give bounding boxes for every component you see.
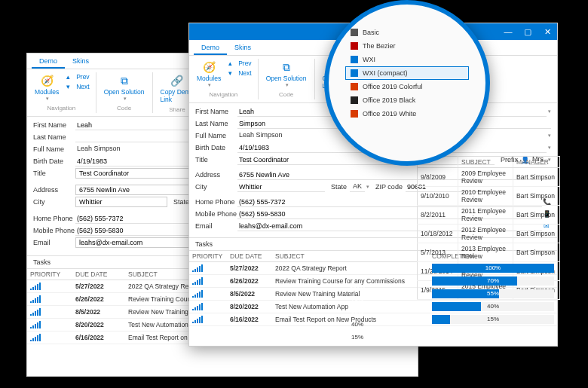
next-button[interactable]: ▾Next [65, 82, 90, 91]
cell-subject: Email Test Report on New Products [272, 313, 429, 326]
maximize-button[interactable]: ▢ [522, 27, 533, 37]
label-state: State [331, 183, 347, 191]
col-due[interactable]: DUE DATE [72, 269, 125, 280]
theme-option[interactable]: Basic [345, 26, 469, 39]
cell-subject: 2022 QA Strategy Report [272, 262, 429, 275]
cell-subject: 2012 Employee Review [458, 225, 513, 243]
tab-demo[interactable]: Demo [32, 55, 65, 69]
signal-icon [30, 283, 47, 290]
close-button[interactable]: ✕ [542, 27, 553, 37]
col-subject[interactable]: SUBJECT [272, 251, 429, 262]
table-row[interactable]: 8/20/2022 Test New Automation App 40% [189, 301, 557, 313]
theme-swatch-icon [351, 96, 358, 104]
label-full-name: Full Name [195, 132, 237, 139]
cell-date: 9/10/2010 [418, 187, 458, 206]
col-due[interactable]: DUE DATE [227, 251, 272, 262]
label-address: Address [33, 186, 75, 194]
theme-swatch-icon [351, 29, 358, 36]
tab-skins[interactable]: Skins [65, 55, 96, 69]
label-title: Title [33, 170, 75, 177]
cell-due: 8/20/2022 [227, 301, 272, 313]
label-last-name: Last Name [33, 133, 75, 141]
theme-option[interactable]: Office 2019 White [345, 107, 469, 121]
state-select[interactable]: AK [350, 182, 365, 192]
table-row[interactable]: 8/5/2022 Review New Training Material 55… [189, 288, 557, 301]
open-solution-button[interactable]: ⧉Open Solution▾ [101, 72, 148, 103]
cell-date: 10/18/2012 [418, 225, 458, 243]
ribbon-group-label: Navigation [209, 91, 237, 98]
triangle-up-icon: ▴ [228, 60, 236, 67]
label-email: Email [33, 239, 75, 246]
table-row[interactable]: 6/16/2022 Email Test Report on New Produ… [189, 313, 557, 326]
signal-icon [192, 303, 209, 310]
theme-option[interactable]: Office 2019 Black [345, 93, 469, 107]
cell-manager: Bart Simpson [513, 225, 560, 243]
ribbon-group-label: Code [279, 91, 293, 98]
table-row[interactable]: 5/27/2022 2022 QA Strategy Report 100% [189, 262, 557, 275]
signal-icon [192, 316, 209, 323]
cell-subject: Review New Training Material [272, 288, 429, 301]
label-home-phone: Home Phone [195, 198, 237, 206]
theme-list: Basic The Bezier WXI WXI (compact) Offic… [329, 5, 485, 142]
label-home-phone: Home Phone [33, 215, 75, 222]
theme-picker-overlay: Basic The Bezier WXI WXI (compact) Offic… [324, 0, 490, 166]
label-birth-date: Birth Date [195, 144, 237, 151]
cell-manager: Bart Simpson [513, 243, 560, 262]
tab-skins[interactable]: Skins [227, 41, 259, 55]
table-row[interactable]: 9/10/20102010 Employee ReviewBart Simpso… [418, 187, 560, 206]
theme-swatch-icon [351, 83, 358, 90]
cell-due: 8/5/2022 [227, 288, 272, 301]
tab-demo[interactable]: Demo [194, 41, 227, 55]
progress-bar: 55% [432, 289, 554, 298]
cell-subject: 2011 Employee Review [458, 206, 513, 225]
theme-option[interactable]: The Bezier [345, 39, 469, 53]
label-city: City [33, 198, 75, 206]
label-full-name: Full Name [33, 145, 75, 153]
table-row[interactable]: 10/18/20122012 Employee ReviewBart Simps… [418, 225, 560, 243]
vs-icon: ⧉ [118, 74, 131, 87]
theme-swatch-icon [351, 42, 358, 50]
label-email: Email [195, 222, 237, 230]
cell-due: 8/20/2022 [72, 319, 125, 331]
open-solution-button[interactable]: ⧉Open Solution▾ [263, 59, 310, 90]
cell-due: 6/16/2022 [227, 313, 272, 326]
label-address: Address [195, 171, 237, 179]
col-subject[interactable]: SUBJECT [458, 157, 513, 168]
prev-button[interactable]: ▴Prev [65, 72, 90, 81]
cell-subject: Test New Automation App [272, 301, 429, 313]
table-row[interactable]: 5/7/20132013 Employee ReviewBart Simpson [418, 243, 560, 262]
theme-option[interactable]: Office 2019 Colorful [345, 80, 469, 93]
progress-bar: 40% [432, 302, 554, 311]
signal-icon [30, 308, 47, 316]
modules-button[interactable]: 🧭Modules▾ [32, 72, 62, 103]
table-row[interactable]: 9/8/20092009 Employee ReviewBart Simpson [418, 168, 560, 187]
cell-subject: 2013 Employee Review [458, 243, 513, 262]
table-row[interactable]: 6/26/2022 Review Training Course for any… [189, 275, 557, 288]
city-input[interactable] [237, 182, 325, 192]
cell-subject: 2010 Employee Review [458, 187, 513, 206]
progress-bar: 70% [432, 276, 554, 286]
col-manager[interactable]: MANAGER [513, 157, 560, 168]
cell-date: 5/7/2013 [418, 243, 458, 262]
compass-icon: 🧭 [40, 74, 54, 87]
col-priority[interactable]: PRIORITY [189, 251, 227, 262]
cell-manager: Bart Simpson [513, 168, 560, 187]
label-mobile-phone: Mobile Phone [195, 210, 237, 218]
progress-bar: 100% [432, 264, 554, 273]
theme-option[interactable]: WXI [345, 53, 469, 66]
next-button[interactable]: ▾Next [227, 69, 253, 78]
city-input[interactable] [75, 197, 167, 207]
triangle-up-icon: ▴ [66, 73, 74, 81]
col-priority[interactable]: PRIORITY [27, 269, 72, 280]
cell-due: 5/27/2022 [72, 280, 125, 293]
minimize-button[interactable]: — [503, 27, 513, 36]
table-row[interactable]: 8/2/20112011 Employee ReviewBart Simpson [418, 206, 560, 225]
prev-button[interactable]: ▴Prev [227, 59, 253, 68]
cell-due: 5/27/2022 [227, 262, 272, 275]
theme-option[interactable]: WXI (compact) [345, 66, 469, 80]
cell-subject: 2009 Employee Review [458, 168, 513, 187]
modules-button[interactable]: 🧭Modules▾ [194, 59, 224, 90]
signal-icon [30, 321, 47, 328]
theme-name: Office 2019 Colorful [363, 83, 422, 90]
cell-due: 6/26/2022 [72, 293, 125, 306]
